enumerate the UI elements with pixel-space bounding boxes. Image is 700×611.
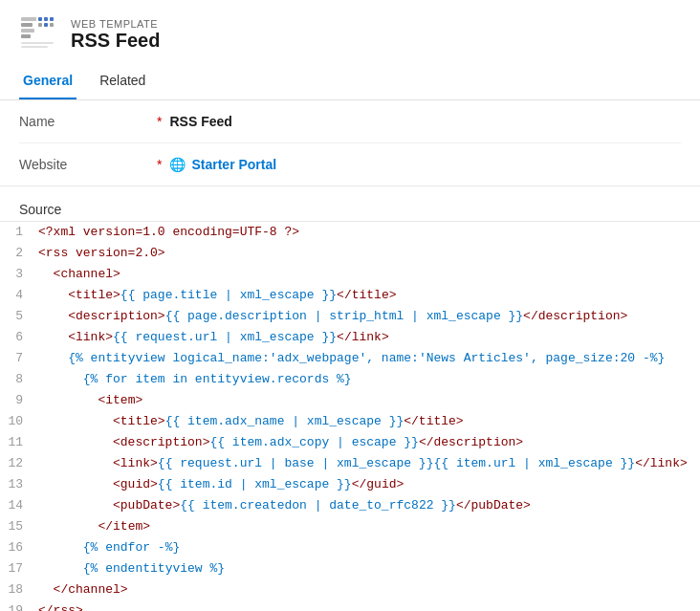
svg-rect-3 bbox=[21, 34, 31, 38]
line-content: <title>{{ page.title | xml_escape }}</ti… bbox=[38, 285, 700, 306]
line-number: 7 bbox=[0, 348, 38, 369]
line-content: <link>{{ request.url | base | xml_escape… bbox=[38, 453, 700, 474]
template-icon bbox=[19, 15, 57, 54]
line-content: <pubDate>{{ item.createdon | date_to_rfc… bbox=[38, 495, 700, 516]
line-number: 5 bbox=[0, 306, 38, 327]
line-content: <?xml version=1.0 encoding=UTF-8 ?> bbox=[38, 222, 700, 243]
line-number: 1 bbox=[0, 222, 38, 243]
name-value: RSS Feed bbox=[169, 114, 231, 129]
code-line: 3 <channel> bbox=[0, 264, 700, 285]
line-content: {% for item in entityview.records %} bbox=[38, 369, 700, 390]
line-number: 3 bbox=[0, 264, 38, 285]
tab-bar: General Related bbox=[0, 65, 700, 100]
code-line: 13 <guid>{{ item.id | xml_escape }}</gui… bbox=[0, 474, 700, 495]
line-number: 11 bbox=[0, 432, 38, 453]
name-required: * bbox=[157, 114, 162, 129]
tab-related[interactable]: Related bbox=[96, 65, 149, 99]
line-content: </rss> bbox=[38, 600, 700, 611]
code-line: 5 <description>{{ page.description | str… bbox=[0, 306, 700, 327]
line-number: 15 bbox=[0, 516, 38, 537]
svg-rect-2 bbox=[21, 29, 34, 33]
svg-rect-10 bbox=[21, 42, 54, 44]
svg-rect-9 bbox=[50, 23, 54, 27]
code-line: 2<rss version=2.0> bbox=[0, 243, 700, 264]
code-line: 18 </channel> bbox=[0, 579, 700, 600]
line-number: 17 bbox=[0, 558, 38, 579]
svg-rect-0 bbox=[21, 17, 36, 21]
name-label: Name bbox=[19, 114, 153, 129]
code-line: 14 <pubDate>{{ item.createdon | date_to_… bbox=[0, 495, 700, 516]
header-text: WEB TEMPLATE RSS Feed bbox=[71, 18, 160, 52]
line-number: 4 bbox=[0, 285, 38, 306]
code-line: 19</rss> bbox=[0, 600, 700, 611]
website-link-text: Starter Portal bbox=[191, 157, 276, 172]
code-line: 4 <title>{{ page.title | xml_escape }}</… bbox=[0, 285, 700, 306]
line-content: </item> bbox=[38, 516, 700, 537]
source-label: Source bbox=[0, 196, 700, 221]
line-content: {% entityview logical_name:'adx_webpage'… bbox=[38, 348, 700, 369]
form-row-website: Website * 🌐 Starter Portal bbox=[19, 143, 681, 185]
line-content: {% endfor -%} bbox=[38, 537, 700, 558]
code-line: 16 {% endfor -%} bbox=[0, 537, 700, 558]
svg-rect-6 bbox=[50, 17, 54, 21]
code-line: 1<?xml version=1.0 encoding=UTF-8 ?> bbox=[0, 222, 700, 243]
svg-rect-4 bbox=[38, 17, 42, 21]
svg-rect-5 bbox=[44, 17, 48, 21]
line-content: </channel> bbox=[38, 579, 700, 600]
line-number: 10 bbox=[0, 411, 38, 432]
code-line: 8 {% for item in entityview.records %} bbox=[0, 369, 700, 390]
header-title: RSS Feed bbox=[71, 30, 160, 52]
source-section: Source 1<?xml version=1.0 encoding=UTF-8… bbox=[0, 186, 700, 611]
website-required: * bbox=[157, 157, 162, 172]
line-number: 14 bbox=[0, 495, 38, 516]
line-number: 16 bbox=[0, 537, 38, 558]
line-number: 9 bbox=[0, 390, 38, 411]
line-number: 6 bbox=[0, 327, 38, 348]
code-line: 9 <item> bbox=[0, 390, 700, 411]
line-content: <link>{{ request.url | xml_escape }}</li… bbox=[38, 327, 700, 348]
line-content: <rss version=2.0> bbox=[38, 243, 700, 264]
line-number: 13 bbox=[0, 474, 38, 495]
line-number: 8 bbox=[0, 369, 38, 390]
svg-rect-8 bbox=[44, 23, 48, 27]
website-label: Website bbox=[19, 157, 153, 172]
line-content: <description>{{ page.description | strip… bbox=[38, 306, 700, 327]
line-content: <item> bbox=[38, 390, 700, 411]
line-content: <title>{{ item.adx_name | xml_escape }}<… bbox=[38, 411, 700, 432]
code-line: 11 <description>{{ item.adx_copy | escap… bbox=[0, 432, 700, 453]
code-line: 10 <title>{{ item.adx_name | xml_escape … bbox=[0, 411, 700, 432]
code-editor[interactable]: 1<?xml version=1.0 encoding=UTF-8 ?>2<rs… bbox=[0, 221, 700, 611]
form-row-name: Name * RSS Feed bbox=[19, 100, 681, 143]
globe-icon: 🌐 bbox=[169, 157, 186, 172]
code-line: 17 {% endentityview %} bbox=[0, 558, 700, 579]
line-content: {% endentityview %} bbox=[38, 558, 700, 579]
svg-rect-7 bbox=[38, 23, 42, 27]
code-line: 6 <link>{{ request.url | xml_escape }}</… bbox=[0, 327, 700, 348]
line-number: 2 bbox=[0, 243, 38, 264]
line-number: 12 bbox=[0, 453, 38, 474]
tab-general[interactable]: General bbox=[19, 65, 77, 99]
website-link[interactable]: 🌐 Starter Portal bbox=[169, 157, 276, 172]
svg-rect-11 bbox=[21, 46, 48, 48]
line-number: 19 bbox=[0, 600, 38, 611]
header-subtitle: WEB TEMPLATE bbox=[71, 18, 160, 30]
line-content: <channel> bbox=[38, 264, 700, 285]
form-section: Name * RSS Feed Website * 🌐 Starter Port… bbox=[0, 100, 700, 186]
code-line: 15 </item> bbox=[0, 516, 700, 537]
code-line: 12 <link>{{ request.url | base | xml_esc… bbox=[0, 453, 700, 474]
page-header: WEB TEMPLATE RSS Feed bbox=[0, 0, 700, 65]
line-number: 18 bbox=[0, 579, 38, 600]
line-content: <guid>{{ item.id | xml_escape }}</guid> bbox=[38, 474, 700, 495]
line-content: <description>{{ item.adx_copy | escape }… bbox=[38, 432, 700, 453]
code-line: 7 {% entityview logical_name:'adx_webpag… bbox=[0, 348, 700, 369]
svg-rect-1 bbox=[21, 23, 33, 27]
